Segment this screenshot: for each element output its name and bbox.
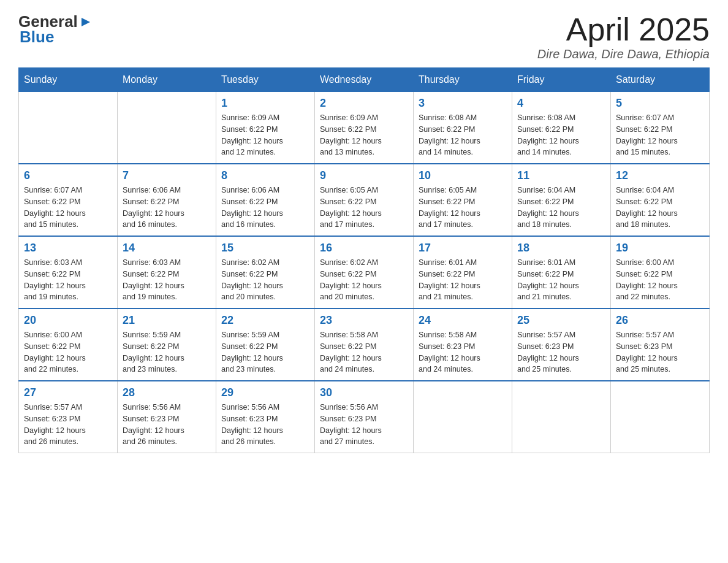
- day-number: 29: [221, 386, 309, 399]
- title-section: April 2025 Dire Dawa, Dire Dawa, Ethiopi…: [537, 12, 710, 61]
- calendar-cell: 16Sunrise: 6:02 AM Sunset: 6:22 PM Dayli…: [315, 236, 414, 308]
- day-info: Sunrise: 6:00 AM Sunset: 6:22 PM Dayligh…: [24, 329, 112, 375]
- column-header-sunday: Sunday: [19, 68, 118, 92]
- day-number: 24: [419, 314, 507, 327]
- day-number: 5: [616, 97, 704, 110]
- calendar-cell: 1Sunrise: 6:09 AM Sunset: 6:22 PM Daylig…: [216, 92, 315, 164]
- calendar-cell: 20Sunrise: 6:00 AM Sunset: 6:22 PM Dayli…: [19, 308, 118, 381]
- day-info: Sunrise: 5:56 AM Sunset: 6:23 PM Dayligh…: [320, 402, 408, 448]
- calendar-week-row: 20Sunrise: 6:00 AM Sunset: 6:22 PM Dayli…: [19, 308, 710, 381]
- day-info: Sunrise: 6:08 AM Sunset: 6:22 PM Dayligh…: [419, 112, 507, 158]
- day-info: Sunrise: 5:56 AM Sunset: 6:23 PM Dayligh…: [123, 402, 211, 448]
- month-title: April 2025: [537, 12, 710, 47]
- day-number: 21: [123, 314, 211, 327]
- day-info: Sunrise: 6:01 AM Sunset: 6:22 PM Dayligh…: [517, 257, 605, 303]
- column-header-wednesday: Wednesday: [315, 68, 414, 92]
- column-header-tuesday: Tuesday: [216, 68, 315, 92]
- day-number: 23: [320, 314, 408, 327]
- day-info: Sunrise: 5:56 AM Sunset: 6:23 PM Dayligh…: [221, 402, 309, 448]
- day-info: Sunrise: 6:09 AM Sunset: 6:22 PM Dayligh…: [221, 112, 309, 158]
- day-number: 20: [24, 314, 112, 327]
- day-info: Sunrise: 6:06 AM Sunset: 6:22 PM Dayligh…: [221, 185, 309, 231]
- day-number: 14: [123, 242, 211, 255]
- calendar-week-row: 27Sunrise: 5:57 AM Sunset: 6:23 PM Dayli…: [19, 381, 710, 453]
- day-info: Sunrise: 6:07 AM Sunset: 6:22 PM Dayligh…: [24, 185, 112, 231]
- day-number: 26: [616, 314, 704, 327]
- day-number: 13: [24, 242, 112, 255]
- logo-blue-text: Blue: [18, 28, 54, 47]
- day-info: Sunrise: 6:09 AM Sunset: 6:22 PM Dayligh…: [320, 112, 408, 158]
- calendar-cell: 12Sunrise: 6:04 AM Sunset: 6:22 PM Dayli…: [611, 164, 710, 236]
- day-number: 7: [123, 169, 211, 182]
- calendar-cell: 23Sunrise: 5:58 AM Sunset: 6:22 PM Dayli…: [315, 308, 414, 381]
- calendar-cell: 13Sunrise: 6:03 AM Sunset: 6:22 PM Dayli…: [19, 236, 118, 308]
- day-info: Sunrise: 5:59 AM Sunset: 6:22 PM Dayligh…: [123, 329, 211, 375]
- svg-marker-0: [82, 18, 90, 26]
- day-number: 1: [221, 97, 309, 110]
- calendar-cell: 19Sunrise: 6:00 AM Sunset: 6:22 PM Dayli…: [611, 236, 710, 308]
- day-number: 16: [320, 242, 408, 255]
- calendar-cell: 30Sunrise: 5:56 AM Sunset: 6:23 PM Dayli…: [315, 381, 414, 453]
- day-info: Sunrise: 6:00 AM Sunset: 6:22 PM Dayligh…: [616, 257, 704, 303]
- column-header-friday: Friday: [512, 68, 611, 92]
- calendar-cell: 17Sunrise: 6:01 AM Sunset: 6:22 PM Dayli…: [414, 236, 512, 308]
- day-info: Sunrise: 5:57 AM Sunset: 6:23 PM Dayligh…: [616, 329, 704, 375]
- day-number: 3: [419, 97, 507, 110]
- day-number: 30: [320, 386, 408, 399]
- day-info: Sunrise: 5:57 AM Sunset: 6:23 PM Dayligh…: [24, 402, 112, 448]
- day-number: 22: [221, 314, 309, 327]
- calendar-cell: 5Sunrise: 6:07 AM Sunset: 6:22 PM Daylig…: [611, 92, 710, 164]
- day-number: 15: [221, 242, 309, 255]
- day-number: 2: [320, 97, 408, 110]
- logo: General Blue: [18, 12, 93, 47]
- calendar-cell: 15Sunrise: 6:02 AM Sunset: 6:22 PM Dayli…: [216, 236, 315, 308]
- day-info: Sunrise: 6:08 AM Sunset: 6:22 PM Dayligh…: [517, 112, 605, 158]
- day-number: 27: [24, 386, 112, 399]
- day-info: Sunrise: 5:57 AM Sunset: 6:23 PM Dayligh…: [517, 329, 605, 375]
- calendar-cell: 27Sunrise: 5:57 AM Sunset: 6:23 PM Dayli…: [19, 381, 118, 453]
- day-number: 10: [419, 169, 507, 182]
- calendar-cell: [118, 92, 216, 164]
- column-header-thursday: Thursday: [414, 68, 512, 92]
- calendar-cell: 26Sunrise: 5:57 AM Sunset: 6:23 PM Dayli…: [611, 308, 710, 381]
- day-info: Sunrise: 6:03 AM Sunset: 6:22 PM Dayligh…: [123, 257, 211, 303]
- day-info: Sunrise: 6:05 AM Sunset: 6:22 PM Dayligh…: [419, 185, 507, 231]
- calendar-week-row: 1Sunrise: 6:09 AM Sunset: 6:22 PM Daylig…: [19, 92, 710, 164]
- day-number: 8: [221, 169, 309, 182]
- day-number: 4: [517, 97, 605, 110]
- day-info: Sunrise: 5:59 AM Sunset: 6:22 PM Dayligh…: [221, 329, 309, 375]
- calendar-cell: 4Sunrise: 6:08 AM Sunset: 6:22 PM Daylig…: [512, 92, 611, 164]
- calendar-cell: 9Sunrise: 6:05 AM Sunset: 6:22 PM Daylig…: [315, 164, 414, 236]
- logo-arrow-icon: [79, 15, 93, 29]
- calendar-cell: 14Sunrise: 6:03 AM Sunset: 6:22 PM Dayli…: [118, 236, 216, 308]
- calendar-week-row: 13Sunrise: 6:03 AM Sunset: 6:22 PM Dayli…: [19, 236, 710, 308]
- day-info: Sunrise: 5:58 AM Sunset: 6:22 PM Dayligh…: [320, 329, 408, 375]
- day-info: Sunrise: 6:02 AM Sunset: 6:22 PM Dayligh…: [320, 257, 408, 303]
- calendar-header-row: SundayMondayTuesdayWednesdayThursdayFrid…: [19, 68, 710, 92]
- calendar-cell: 29Sunrise: 5:56 AM Sunset: 6:23 PM Dayli…: [216, 381, 315, 453]
- day-info: Sunrise: 6:06 AM Sunset: 6:22 PM Dayligh…: [123, 185, 211, 231]
- day-number: 11: [517, 169, 605, 182]
- calendar-cell: 2Sunrise: 6:09 AM Sunset: 6:22 PM Daylig…: [315, 92, 414, 164]
- column-header-saturday: Saturday: [611, 68, 710, 92]
- calendar-cell: 8Sunrise: 6:06 AM Sunset: 6:22 PM Daylig…: [216, 164, 315, 236]
- calendar-cell: 3Sunrise: 6:08 AM Sunset: 6:22 PM Daylig…: [414, 92, 512, 164]
- day-info: Sunrise: 6:01 AM Sunset: 6:22 PM Dayligh…: [419, 257, 507, 303]
- day-info: Sunrise: 6:04 AM Sunset: 6:22 PM Dayligh…: [517, 185, 605, 231]
- day-info: Sunrise: 6:05 AM Sunset: 6:22 PM Dayligh…: [320, 185, 408, 231]
- day-info: Sunrise: 6:04 AM Sunset: 6:22 PM Dayligh…: [616, 185, 704, 231]
- calendar-cell: 28Sunrise: 5:56 AM Sunset: 6:23 PM Dayli…: [118, 381, 216, 453]
- location-text: Dire Dawa, Dire Dawa, Ethiopia: [537, 47, 710, 61]
- calendar-cell: [414, 381, 512, 453]
- calendar-cell: [19, 92, 118, 164]
- day-info: Sunrise: 5:58 AM Sunset: 6:23 PM Dayligh…: [419, 329, 507, 375]
- day-number: 12: [616, 169, 704, 182]
- calendar-week-row: 6Sunrise: 6:07 AM Sunset: 6:22 PM Daylig…: [19, 164, 710, 236]
- column-header-monday: Monday: [118, 68, 216, 92]
- day-number: 17: [419, 242, 507, 255]
- day-info: Sunrise: 6:03 AM Sunset: 6:22 PM Dayligh…: [24, 257, 112, 303]
- calendar-cell: 24Sunrise: 5:58 AM Sunset: 6:23 PM Dayli…: [414, 308, 512, 381]
- day-number: 18: [517, 242, 605, 255]
- day-number: 25: [517, 314, 605, 327]
- calendar-cell: 21Sunrise: 5:59 AM Sunset: 6:22 PM Dayli…: [118, 308, 216, 381]
